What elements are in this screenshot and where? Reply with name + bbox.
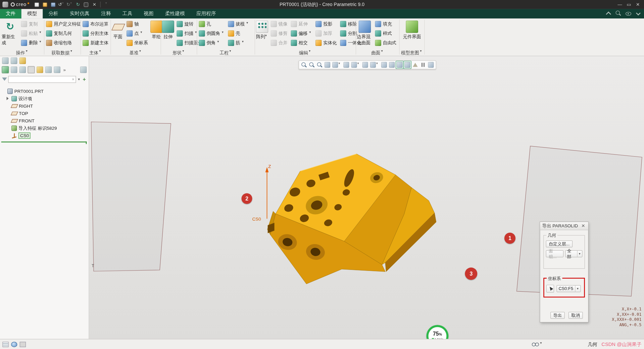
tree-settings-icon[interactable] <box>80 66 87 73</box>
redo-dropdown-caret[interactable] <box>70 3 73 6</box>
close-window-button[interactable]: ✕ <box>91 1 98 8</box>
search-dropdown-icon[interactable]: ▾ <box>77 77 81 81</box>
graphics-viewport[interactable]: T <box>89 56 644 339</box>
analysis-display-button[interactable] <box>411 61 419 68</box>
web-browser-icon[interactable] <box>11 342 17 347</box>
mirror-button[interactable]: 镜像 <box>269 19 289 29</box>
model-tree-icon[interactable] <box>2 57 9 64</box>
selection-filter[interactable] <box>532 342 543 347</box>
collapse-ribbon-icon[interactable] <box>605 10 611 16</box>
geometry-scope-dropdown-icon[interactable] <box>577 251 582 257</box>
export-button[interactable]: 导出 <box>550 312 565 319</box>
tree-item-front-plane[interactable]: FRONT <box>2 117 89 124</box>
show-icon[interactable] <box>2 66 9 73</box>
hidden-line-button[interactable] <box>427 61 435 68</box>
component-interface-button[interactable]: 元件界面 <box>400 19 424 40</box>
csys-dropdown-icon[interactable] <box>575 285 580 291</box>
tree-search-input[interactable] <box>9 76 71 82</box>
more-tools-icon[interactable]: » <box>62 67 66 72</box>
dialog-title-bar[interactable]: 导出 PARASOLID ✕ <box>540 222 588 230</box>
close-button[interactable]: ✕ <box>633 0 642 9</box>
customize-layers-button[interactable]: 自定义层... <box>546 240 573 247</box>
columns-icon[interactable] <box>54 66 60 73</box>
zoom-refit-button[interactable] <box>316 61 323 68</box>
thicken-button[interactable]: 加厚 <box>314 29 338 38</box>
shapes-group-label[interactable]: 形状 <box>161 49 197 56</box>
dialog-close-icon[interactable]: ✕ <box>580 223 586 229</box>
screen-icon[interactable] <box>20 342 26 347</box>
list-view-icon[interactable] <box>11 66 17 73</box>
tree-item-cs0[interactable]: CS0 <box>2 132 89 139</box>
offset-button[interactable]: 偏移 <box>289 29 314 38</box>
filter-dropdown-caret[interactable] <box>540 343 543 346</box>
tree-item-import-feature[interactable]: 导入特征 标识5829 <box>2 124 89 132</box>
operations-group-label[interactable]: 操作 <box>1 49 44 56</box>
repaint-button[interactable] <box>324 61 331 68</box>
clear-search-icon[interactable]: × <box>71 77 76 81</box>
add-filter-icon[interactable]: + <box>82 76 87 82</box>
tree-insertion-indicator[interactable] <box>1 141 87 142</box>
window-button[interactable] <box>83 1 90 8</box>
delete-button[interactable]: 删除 <box>19 38 44 48</box>
tab-flexible-modeling[interactable]: 柔性建模 <box>159 9 191 18</box>
paste-button[interactable]: 粘贴 <box>19 29 44 38</box>
datum-axis-button[interactable]: 轴 <box>125 19 149 29</box>
tab-tools[interactable]: 工具 <box>117 9 138 18</box>
merge-button[interactable]: 合并 <box>269 38 289 48</box>
undo-button[interactable]: ↺ <box>58 1 65 8</box>
datum-plane-outline-left[interactable] <box>91 122 171 271</box>
split-body-button[interactable]: 分割主体 <box>81 29 110 38</box>
csys-picker-button[interactable] <box>546 285 554 292</box>
grid-view-icon[interactable] <box>28 66 35 73</box>
datum-point-button[interactable]: 点 <box>125 29 149 38</box>
model-tree-toggle-icon[interactable] <box>2 342 8 347</box>
appearance-button[interactable] <box>350 61 361 68</box>
pattern-button[interactable]: 阵列 <box>255 19 269 40</box>
tab-applications[interactable]: 应用程序 <box>191 9 222 18</box>
view-manager-button[interactable] <box>369 61 380 68</box>
tab-annotate[interactable]: 注释 <box>95 9 117 18</box>
draft-button[interactable]: 拔模 <box>226 19 251 29</box>
datum-plane-button[interactable]: 平面 <box>111 19 125 40</box>
filter-funnel-icon[interactable] <box>2 77 7 81</box>
save-button[interactable] <box>50 1 57 8</box>
trim-button[interactable]: 修剪 <box>269 29 289 38</box>
selection-highlight-button[interactable] <box>404 61 411 68</box>
new-body-button[interactable]: 新建主体 <box>81 38 110 48</box>
surfaces-group-label[interactable]: 曲面 <box>356 49 399 56</box>
regenerate-button[interactable]: 重新生成 <box>1 19 19 46</box>
options-dropdown-icon[interactable] <box>635 10 641 16</box>
tree-item-part[interactable]: PRT0001.PRT <box>2 88 89 95</box>
expander-icon[interactable] <box>7 97 9 100</box>
annotation-display-button[interactable] <box>388 61 396 68</box>
section-button[interactable] <box>343 61 350 68</box>
editing-group-label[interactable]: 编辑 <box>255 49 356 56</box>
zoom-in-button[interactable] <box>300 61 308 68</box>
tab-analysis[interactable]: 分析 <box>43 9 64 18</box>
round-button[interactable]: 倒圆角 <box>197 29 226 38</box>
saved-orientations-button[interactable] <box>361 61 369 68</box>
customize-qat-button[interactable] <box>103 1 110 8</box>
geometry-scope-combobox[interactable]: 全部 <box>565 250 583 257</box>
csys-triad[interactable]: Z CS0 <box>252 164 271 222</box>
tab-file[interactable]: 文件 <box>0 9 21 18</box>
udf-button[interactable]: 用户定义特征 <box>44 19 83 29</box>
cancel-button[interactable]: 取消 <box>568 312 583 319</box>
show-dragger-button[interactable] <box>396 61 403 68</box>
rib-button[interactable]: 筋 <box>226 38 251 48</box>
project-button[interactable]: 投影 <box>314 19 338 29</box>
regenerate-qat-button[interactable]: ↻ <box>75 1 82 8</box>
filter-label[interactable]: 几何 <box>588 341 597 348</box>
datum-csys-button[interactable]: 坐标系 <box>125 38 149 48</box>
tree-item-top-plane[interactable]: TOP <box>2 110 89 117</box>
detail-view-icon[interactable] <box>19 66 26 73</box>
capture-icon[interactable] <box>19 57 26 64</box>
quilts-button[interactable]: 面组... <box>546 250 563 257</box>
shrinkwrap-button[interactable]: 收缩包络 <box>44 38 83 48</box>
hole-button[interactable]: 孔 <box>197 19 226 29</box>
tab-model[interactable]: 模型 <box>21 9 43 18</box>
style-button[interactable]: 样式 <box>374 29 398 38</box>
boolean-button[interactable]: 布尔运算 <box>81 19 110 29</box>
extend-button[interactable]: 延伸 <box>289 19 314 29</box>
freestyle-button[interactable]: 自由式 <box>374 38 398 48</box>
